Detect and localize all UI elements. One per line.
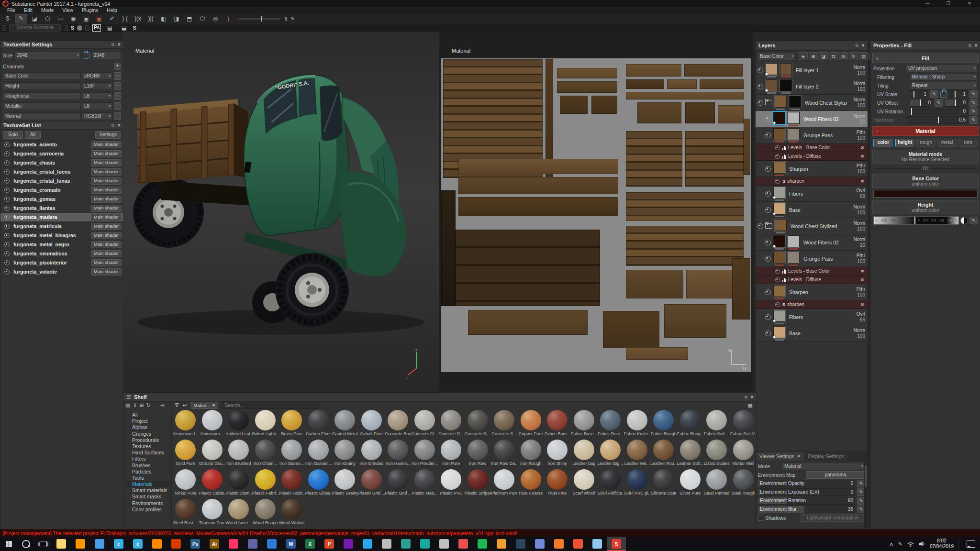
material-item[interactable]: Lizard Scales [703,439,730,469]
textureset-visibility-icon[interactable] [4,178,10,184]
material-sphere[interactable] [627,469,647,490]
mode-dropdown[interactable]: Material [782,463,865,470]
textureset-row[interactable]: furgoneta_chasisMain shader [0,158,123,167]
taskbar-clock[interactable]: 8:0207/04/2019 [930,538,954,550]
material-item[interactable]: Wood Walnut [278,498,305,528]
layer-row[interactable]: ◆FibersOvrl65 [756,309,868,325]
taskbar-app-illustrator[interactable]: Ai [205,537,224,551]
material-item[interactable]: SciFi Artificia... [597,469,624,498]
material-item[interactable]: Aluminium ... [199,409,226,439]
material-sphere[interactable] [308,440,329,460]
main-shader-button[interactable]: Main shader [91,159,122,166]
material-item[interactable]: Steel Rough [730,469,757,498]
material-item[interactable]: Leather Rou... [650,439,677,469]
close-icon[interactable]: ✖ [861,43,865,48]
tray-expand-icon[interactable]: ∧ [890,541,893,547]
material-item[interactable]: Rust Coarse [518,469,545,498]
textureset-row[interactable]: furgoneta_metal_negroMain shader [0,240,123,249]
layer-effect-row[interactable]: Levels - Base Color✖ [756,267,868,276]
material-sphere[interactable] [175,499,196,519]
textureset-row[interactable]: furgoneta_neumaticosMain shader [0,249,123,258]
popout-icon[interactable]: ⧉ [111,42,114,47]
layer-visibility-icon[interactable] [765,256,771,262]
layer-opacity[interactable]: 100 [847,210,865,216]
layer-thumbnail[interactable]: ◆ [773,326,785,338]
close-tab-icon[interactable]: ✖ [797,452,801,461]
layer-row[interactable]: Grunge PassPthr100 [756,251,868,267]
material-item[interactable]: Fabric Suit V... [730,409,757,439]
layer-visibility-icon[interactable] [765,314,771,320]
layer-row[interactable]: Wood Chest StylizedNorm100 [756,218,868,234]
uv-scale-y-slider[interactable]: 1 [949,90,968,98]
layer-effect-row[interactable]: Ssharpen✖ [756,177,868,186]
layer-thumbnail[interactable]: ◆ [773,310,785,322]
folder-icon[interactable] [765,223,772,229]
channel-toggle-color[interactable]: color [873,139,893,147]
shelf-category-smart-masks[interactable]: Smart masks [125,494,171,500]
material-item[interactable]: Plastic PVC [438,469,465,498]
taskbar-app-powerpoint[interactable]: P [320,537,339,551]
add-fill-layer-icon[interactable]: ◍ [839,52,848,60]
material-item[interactable]: Fabric Soft ... [703,409,730,439]
remove-channel-button[interactable]: − [114,102,121,110]
solo-button[interactable]: Solo [3,131,23,139]
layer-visibility-icon[interactable] [765,191,771,197]
layer-opacity[interactable]: 65 [847,194,865,199]
layer-thumbnail[interactable]: ◆ [773,112,785,124]
layer-thumbnail[interactable] [773,252,785,264]
material-sphere[interactable] [228,440,249,460]
taskbar-app-word[interactable]: W [281,537,301,551]
shelf-category-filters[interactable]: Filters [125,456,171,462]
resources-icon[interactable]: ⬓ [118,23,130,32]
material-item[interactable]: Mortar Wall [730,439,757,469]
blend-mode[interactable]: Ovrl [847,311,865,317]
uv-offset-y-slider[interactable]: 0 [945,99,968,107]
blend-mode[interactable]: Norm [847,204,865,210]
layer-thumbnail[interactable] [775,96,787,108]
material-item[interactable]: Plastic Matt... [412,469,438,498]
textureset-row[interactable]: furgoneta_matriculaMain shader [0,222,123,231]
blend-mode[interactable]: Ovrl [847,188,865,194]
material-item[interactable]: Fabric Bam... [544,409,571,439]
close-icon[interactable]: ✖ [974,43,978,48]
textureset-row[interactable]: furgoneta_carroceriaMain shader [0,149,123,158]
eraser-tool-icon[interactable]: ◪ [29,14,40,23]
symmetry-x-icon[interactable]: )(x [132,14,144,23]
material-sphere[interactable] [388,410,408,430]
layer-row[interactable]: Wood Chest Stylized copy 1Norm100 [756,95,868,111]
material-item[interactable]: Iron Galvani... [305,439,332,469]
channel-toggle-rough[interactable]: rough [916,139,935,147]
base-color-swatch[interactable] [873,190,978,198]
main-shader-button[interactable]: Main shader [91,268,122,276]
material-item[interactable]: Fabric Roug... [677,409,704,439]
material-item[interactable]: Fabric Deni... [597,409,624,439]
layer-mask-thumbnail[interactable] [789,96,801,108]
slider-environment-blur[interactable]: Environment Blur35 [758,506,855,513]
layer-opacity[interactable]: 100 [847,70,865,76]
remove-filter-icon[interactable]: ✖ [212,403,215,408]
layer-row[interactable]: SharpenPthr100 [756,161,868,177]
effect-visibility-icon[interactable] [775,302,780,307]
layer-visibility-icon[interactable] [765,207,771,213]
popout-icon[interactable]: ⧉ [745,395,747,400]
edit-value-icon[interactable]: ✎ [289,16,297,22]
material-item[interactable]: Titanium Pure [199,498,226,528]
material-sphere[interactable] [255,410,276,430]
material-sphere[interactable] [228,499,249,519]
material-item[interactable]: Iron Pure [438,439,465,469]
taskbar-app-chrome[interactable] [90,537,109,551]
material-item[interactable]: Artificial Leat... [225,409,252,439]
taskbar-app-vscode[interactable] [358,537,377,551]
projection-dropdown[interactable]: UV projection [906,65,978,72]
material-item[interactable]: Fabric Knitte... [624,409,651,439]
material-sphere[interactable] [281,440,302,460]
channel-toggle-height[interactable]: height [895,139,914,147]
material-sphere[interactable] [414,469,435,490]
lock-ratio-icon[interactable] [83,52,89,59]
main-shader-button[interactable]: Main shader [91,177,122,185]
material-item[interactable]: Nickel Pure [172,469,199,498]
blend-mode[interactable]: Norm [847,81,865,87]
edit-value-icon[interactable]: ✎ [935,99,943,107]
layer-row[interactable]: ◆FibersOvrl65 [756,186,868,202]
material-item[interactable]: Cobalt Pure [358,409,385,439]
